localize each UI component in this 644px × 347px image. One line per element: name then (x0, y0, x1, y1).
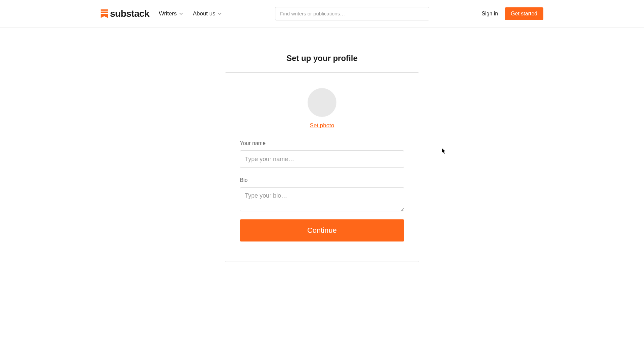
name-form-group: Your name (240, 140, 404, 168)
logo[interactable]: substack (101, 8, 149, 19)
header-right: Sign in Get started (480, 7, 543, 20)
bio-form-group: Bio (240, 177, 404, 213)
chevron-down-icon (179, 11, 183, 16)
name-label: Your name (240, 140, 404, 146)
nav-writers[interactable]: Writers (159, 10, 183, 17)
nav-about-us[interactable]: About us (193, 10, 222, 17)
header: substack Writers About us Sign in (0, 0, 644, 27)
get-started-button[interactable]: Get started (505, 7, 543, 20)
name-input[interactable] (240, 150, 404, 168)
svg-rect-0 (101, 9, 108, 11)
chevron-down-icon (217, 11, 222, 16)
continue-button[interactable]: Continue (240, 219, 404, 241)
substack-logo-icon (101, 9, 108, 18)
bio-input[interactable] (240, 187, 404, 211)
nav-items: Writers About us (159, 10, 222, 17)
page-title: Set up your profile (286, 54, 358, 63)
main: Set up your profile Set photo Your name … (0, 27, 644, 262)
set-photo-link[interactable]: Set photo (310, 122, 334, 129)
nav-about-us-label: About us (193, 10, 215, 17)
profile-card: Set photo Your name Bio Continue (225, 72, 419, 262)
search-input[interactable] (275, 7, 429, 20)
header-inner: substack Writers About us Sign in (101, 7, 543, 20)
avatar-placeholder[interactable] (308, 88, 336, 117)
search-container (275, 7, 429, 20)
logo-text: substack (110, 8, 149, 19)
svg-rect-1 (101, 11, 108, 13)
sign-in-link[interactable]: Sign in (480, 8, 499, 19)
nav-writers-label: Writers (159, 10, 177, 17)
bio-label: Bio (240, 177, 404, 183)
